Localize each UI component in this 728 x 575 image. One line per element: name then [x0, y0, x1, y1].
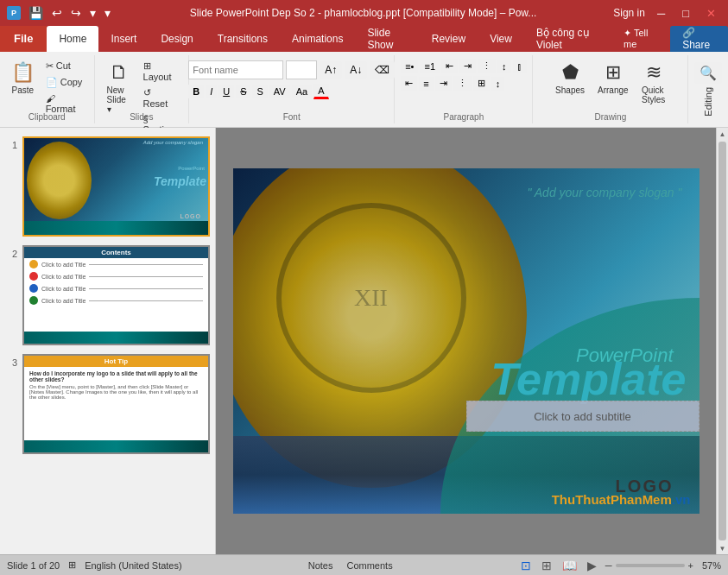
new-slide-button[interactable]: 🗋 NewSlide ▾	[102, 59, 136, 117]
slideshow-button[interactable]: ▶	[586, 559, 598, 572]
zoom-slider[interactable]	[616, 564, 685, 567]
line-spacing-button[interactable]: ↕	[497, 60, 511, 73]
s2-bar	[24, 332, 208, 344]
layout-button[interactable]: ⊞ Layout	[140, 59, 182, 84]
font-shrink-button[interactable]: A↓	[345, 61, 367, 79]
underline-button[interactable]: U	[218, 85, 234, 98]
minimize-button[interactable]: ─	[652, 7, 670, 20]
zoom-out-button[interactable]: ─	[605, 560, 612, 571]
undo-button[interactable]: ↩	[49, 6, 65, 20]
reading-view-button[interactable]: 📖	[560, 559, 579, 572]
s2-item-2: Click to add Title	[24, 270, 208, 282]
slide-thumb-1[interactable]: 1 Add your company slogan PowerPoint Tem…	[3, 135, 212, 238]
s1-logo-thumb: LOGO	[180, 213, 201, 219]
canvas-slogan[interactable]: " Add your company slogan "	[527, 186, 681, 199]
cut-button[interactable]: ✂ Cut	[42, 59, 87, 73]
numbering-button[interactable]: ≡1	[420, 60, 440, 73]
arrange-button[interactable]: ⊞ Arrange	[592, 59, 634, 98]
text-direction-button[interactable]: ⊞	[473, 76, 490, 91]
customize-qat-button[interactable]: ▾	[87, 6, 98, 20]
align-right-button[interactable]: ⇥	[435, 76, 452, 91]
font-size-input[interactable]: 16	[286, 60, 317, 79]
save-button[interactable]: 💾	[26, 6, 46, 20]
copy-button[interactable]: 📄 Copy	[42, 75, 87, 90]
quick-styles-button[interactable]: ≋ QuickStyles	[636, 59, 671, 107]
increase-indent-button[interactable]: ⇥	[459, 59, 476, 73]
slide-image-1[interactable]: Add your company slogan PowerPoint Templ…	[22, 136, 210, 237]
char-spacing-button[interactable]: AV	[269, 85, 290, 98]
justify-button[interactable]: ⋮	[453, 76, 472, 91]
slide-image-3[interactable]: Hot Tip How do I incorporate my logo to …	[22, 354, 210, 454]
s2-bullet-1	[29, 260, 38, 269]
list-row: ≡• ≡1 ⇤ ⇥ ⋮ ↕ ⫿	[401, 59, 526, 73]
close-button[interactable]: ✕	[701, 7, 721, 20]
zoom-in-button[interactable]: +	[688, 560, 693, 571]
s2-item-3: Click to add Title	[24, 282, 208, 294]
editing-section: 🔍 Editing	[688, 55, 728, 123]
normal-view-button[interactable]: ⊡	[519, 559, 533, 572]
tab-share[interactable]: 🔗 Share	[670, 26, 728, 52]
font-color-button[interactable]: A	[313, 84, 328, 99]
slide-thumb-2[interactable]: 2 Contents Click to add Title Click to a…	[3, 243, 212, 347]
font-grow-button[interactable]: A↑	[320, 61, 342, 79]
comments-button[interactable]: Comments	[346, 560, 392, 571]
more-options-button[interactable]: ▾	[102, 6, 113, 20]
tab-view[interactable]: View	[478, 26, 524, 52]
italic-button[interactable]: I	[206, 85, 217, 98]
app-container: P 💾 ↩ ↪ ▾ ▾ Slide PowerPoint Dep So 2 - …	[0, 0, 728, 575]
reset-button[interactable]: ↺ Reset	[140, 85, 182, 111]
sign-in-button[interactable]: Sign in	[613, 7, 645, 19]
language-info: English (United States)	[85, 560, 182, 571]
quick-styles-icon: ≋	[646, 61, 662, 84]
slide-sorter-button[interactable]: ⊞	[540, 559, 554, 572]
s1-bar-thumb	[24, 221, 208, 235]
bullets-button[interactable]: ≡•	[401, 60, 418, 73]
quick-access-toolbar: 💾 ↩ ↪ ▾ ▾	[26, 6, 113, 20]
tab-animations[interactable]: Animations	[280, 26, 355, 52]
find-button[interactable]: 🔍	[694, 62, 722, 84]
scroll-up-button[interactable]: ▲	[717, 128, 728, 140]
title-bar-left: P 💾 ↩ ↪ ▾ ▾	[7, 6, 113, 20]
editing-controls: 🔍	[694, 62, 722, 84]
s1-slogan-thumb: Add your company slogan	[143, 140, 203, 145]
canvas-subtitle-bar[interactable]: Click to add subtitle	[466, 401, 700, 432]
redo-button[interactable]: ↪	[68, 6, 84, 20]
notes-button[interactable]: Notes	[308, 560, 333, 571]
text-align-button[interactable]: ↕	[491, 77, 505, 91]
align-left-button[interactable]: ⇤	[401, 76, 417, 91]
scroll-thumb[interactable]	[719, 142, 726, 540]
tab-tellme[interactable]: ✦ Tell me	[611, 26, 667, 52]
decrease-indent-button[interactable]: ⇤	[441, 59, 458, 73]
vertical-scrollbar[interactable]: ▲ ▼	[716, 128, 728, 554]
s2-item-4: Click to add Title	[24, 294, 208, 306]
align-center-button[interactable]: ≡	[419, 77, 433, 91]
slide-thumb-3[interactable]: 3 Hot Tip How do I incorporate my logo t…	[3, 352, 212, 456]
font-name-input[interactable]	[188, 60, 283, 79]
tab-insert[interactable]: Insert	[98, 26, 149, 52]
slides-label: Slides	[95, 112, 189, 122]
slide-image-2[interactable]: Contents Click to add Title Click to add…	[22, 245, 210, 345]
bold-button[interactable]: B	[188, 85, 204, 98]
tab-home[interactable]: Home	[47, 26, 98, 52]
slide-canvas[interactable]: XII " Add your company slogan " PowerPoi…	[233, 168, 700, 514]
tab-review[interactable]: Review	[420, 26, 478, 52]
zoom-level[interactable]: 57%	[697, 560, 721, 571]
tab-design[interactable]: Design	[149, 26, 205, 52]
shadow-button[interactable]: S	[252, 85, 267, 98]
tab-violet[interactable]: Bộ công cụ Violet	[524, 26, 611, 52]
case-button[interactable]: Aa	[292, 85, 312, 98]
maximize-button[interactable]: □	[677, 7, 694, 20]
scroll-down-button[interactable]: ▼	[717, 542, 728, 554]
tab-transitions[interactable]: Transitions	[206, 26, 280, 52]
canvas-template-label[interactable]: Template	[491, 353, 686, 405]
tab-file[interactable]: File	[0, 26, 47, 52]
tab-slideshow[interactable]: Slide Show	[355, 26, 419, 52]
strikethrough-button[interactable]: S	[236, 85, 250, 98]
paste-button[interactable]: 📋 Paste	[7, 59, 39, 98]
s2-bullet-4	[29, 296, 38, 305]
smart-art-convert-button[interactable]: ⋮	[478, 59, 496, 73]
fit-slide-icon[interactable]: ⊞	[68, 559, 76, 571]
clear-format-button[interactable]: ⌫	[370, 61, 395, 79]
columns-button[interactable]: ⫿	[513, 60, 527, 73]
shapes-button[interactable]: ⬟ Shapes	[550, 59, 590, 98]
